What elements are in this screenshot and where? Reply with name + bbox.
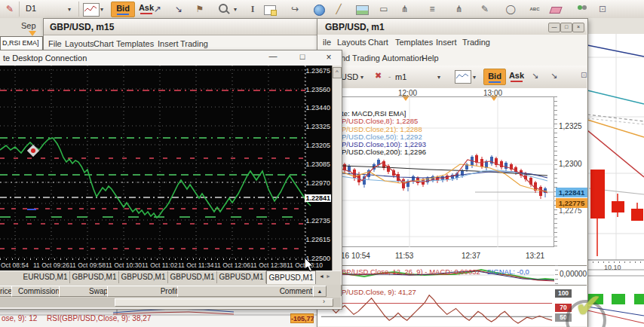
chart-template-icon[interactable] bbox=[83, 3, 100, 17]
sell-order-icon[interactable]: ↘ bbox=[550, 71, 557, 81]
menu-trading[interactable]: Trading bbox=[180, 39, 208, 48]
column-profit[interactable]: Profit bbox=[107, 286, 182, 297]
buy-order-icon[interactable]: ↘ bbox=[532, 71, 538, 81]
time-label: 11 Oct 09:26 bbox=[33, 261, 69, 269]
sell-order-icon[interactable]: ↘ bbox=[172, 2, 186, 16]
indicator-pencil-icon[interactable]: ✎ bbox=[3, 2, 17, 16]
chevron-down-icon[interactable]: ▾ bbox=[437, 74, 440, 81]
text-abc-icon[interactable]: ABC bbox=[528, 2, 541, 16]
bid-button[interactable]: Bid bbox=[111, 2, 135, 17]
time-label: 11 Oct 10:30 bbox=[106, 261, 142, 269]
window-title: GBP/USD, m15 bbox=[50, 22, 114, 32]
menubar-m1: ile Layouts Chart Templates Insert Tradi… bbox=[317, 35, 587, 50]
tab-scroll-right-button[interactable]: ► bbox=[326, 274, 331, 279]
menu-layouts[interactable]: Layouts bbox=[65, 39, 94, 48]
menu-trading[interactable]: Trading bbox=[462, 38, 490, 47]
chevron-down-icon[interactable]: ▾ bbox=[234, 6, 237, 13]
flag-icon[interactable]: ⚑ bbox=[193, 2, 207, 16]
minimize-button[interactable]: — bbox=[265, 51, 281, 63]
minimize-button[interactable]: — bbox=[548, 23, 560, 32]
macd-label: BP/USD.Close, 12, 26, 9) - MACD: 0,00032 bbox=[342, 267, 480, 276]
hscroll-thumb[interactable] bbox=[115, 298, 333, 307]
tab-eurusd-m1[interactable]: EURUSD,M1 bbox=[21, 271, 70, 283]
redo-icon[interactable]: ↪ bbox=[288, 2, 302, 16]
ask-button[interactable]: Ask bbox=[507, 69, 526, 84]
price-label: 1.23675 bbox=[305, 67, 330, 75]
bottom-rsi-label: RSI(GBP/USD,Close, 9): 38,27 bbox=[47, 314, 151, 322]
menu-file[interactable]: File bbox=[48, 39, 62, 48]
titlebar-m1[interactable]: GBP/USD, m1 — □ × bbox=[317, 19, 587, 35]
frame-icon[interactable]: ▭ bbox=[377, 2, 391, 16]
titlebar-rdp[interactable]: te Desktop Connection — □ × bbox=[0, 50, 340, 66]
trendline-pencil-icon[interactable]: ✎ bbox=[478, 2, 492, 16]
eraser-icon[interactable] bbox=[549, 7, 562, 14]
column-sort-button[interactable]: ▲ bbox=[313, 286, 327, 297]
menu-help[interactable]: Help bbox=[422, 53, 439, 63]
menu-automation[interactable]: nd Trading Automation bbox=[341, 53, 424, 63]
pin-icon[interactable]: ⊡ bbox=[596, 2, 609, 16]
menu-insert[interactable]: Insert bbox=[436, 38, 457, 47]
macd-legend: BP/USD.Close, 12, 26, 9) - MACD: 0,00032… bbox=[342, 267, 529, 276]
close-button[interactable]: × bbox=[572, 23, 584, 32]
menu-templates[interactable]: Templates bbox=[116, 39, 154, 48]
month-label: Sep bbox=[21, 21, 36, 30]
bottom-indicator-fragment: ose, 9): 12 bbox=[2, 314, 37, 322]
tab-gbpusd-m1[interactable]: GBPUSD,M1 bbox=[168, 271, 217, 283]
text-cursor-icon[interactable]: I bbox=[246, 2, 259, 16]
rsi-label: P/USD.Close, 9): 41,27 bbox=[342, 288, 416, 296]
chart-type-icon[interactable] bbox=[455, 70, 471, 84]
price-label: 1.22970 bbox=[305, 179, 330, 187]
close-button[interactable]: × bbox=[320, 52, 337, 64]
month-marker-icon bbox=[29, 31, 36, 36]
gann-fork-icon[interactable]: ⋔ bbox=[452, 2, 466, 16]
menu-layouts[interactable]: Layouts bbox=[337, 38, 366, 47]
timeframe-select[interactable]: m1 bbox=[395, 72, 406, 81]
scroll-up-button[interactable]: ^ bbox=[333, 67, 342, 78]
time-label: 11 Oct 11:34 bbox=[178, 261, 213, 269]
time-label: 11 Oct 11:02 bbox=[142, 261, 177, 269]
maximize-button[interactable]: □ bbox=[294, 52, 311, 64]
timeframe-select[interactable]: D1 bbox=[26, 4, 36, 13]
symbol-select[interactable]: USD bbox=[341, 72, 358, 81]
image-icon[interactable] bbox=[356, 5, 369, 15]
pitchfork-icon[interactable]: ⋔ bbox=[398, 2, 412, 16]
pin-icon[interactable]: ⊡ bbox=[581, 71, 587, 79]
chevron-down-icon[interactable]: ▾ bbox=[473, 74, 476, 81]
users-icon[interactable] bbox=[576, 3, 588, 14]
column-commission[interactable]: Commission bbox=[11, 286, 63, 297]
menu-templates[interactable]: Templates bbox=[395, 38, 433, 47]
rdp-vscroll[interactable]: ^ v bbox=[332, 66, 341, 298]
tab-scroll-left-button[interactable]: ◄ bbox=[319, 274, 324, 279]
maximize-button[interactable]: □ bbox=[560, 23, 572, 32]
ruler-icon[interactable]: ╱ bbox=[332, 2, 345, 16]
tab-gbpusd-m1[interactable]: GBPUSD,M1 bbox=[119, 271, 168, 283]
tab-gbpusd-m1[interactable]: GBPUSD,M1 bbox=[217, 271, 266, 283]
tab-gbpusd-m1[interactable]: GBPUSD,M1 bbox=[70, 271, 119, 283]
menu-chart[interactable]: Chart bbox=[368, 38, 388, 47]
chevron-down-icon[interactable]: ▾ bbox=[68, 6, 71, 13]
menu-chart[interactable]: Chart bbox=[94, 39, 114, 48]
price-label: 1.23440 bbox=[305, 104, 330, 112]
time-label: 11 Oct 12:38 bbox=[250, 261, 287, 269]
globe-icon[interactable] bbox=[314, 5, 325, 16]
macd-signal: SIGNAL: -0,0 bbox=[486, 267, 529, 276]
note-window-icon[interactable] bbox=[264, 5, 276, 15]
rdp-chart-canvas[interactable] bbox=[0, 66, 313, 260]
mouse-cursor bbox=[305, 258, 315, 273]
indicator-fragment-box: D,RSI EMA] bbox=[0, 36, 43, 50]
zoom-icon[interactable] bbox=[217, 4, 229, 16]
bid-button[interactable]: Bid bbox=[483, 69, 506, 85]
buy-order-icon[interactable]: ↗ bbox=[151, 2, 164, 16]
hlines-icon[interactable]: ≡ bbox=[425, 2, 439, 16]
titlebar-m15[interactable]: GBP/USD, m15 bbox=[44, 19, 317, 35]
rdp-hscrollbar[interactable]: › bbox=[0, 298, 341, 307]
chevron-down-icon[interactable]: ▾ bbox=[360, 74, 363, 81]
column-swap[interactable]: Swap bbox=[59, 286, 112, 297]
scroll-right-button[interactable]: › bbox=[323, 298, 325, 305]
cross-tool-icon[interactable]: ✖ bbox=[375, 71, 382, 81]
menu-file[interactable]: ile bbox=[323, 38, 331, 47]
column-comment[interactable]: Comment bbox=[177, 286, 316, 297]
chevron-down-icon[interactable]: ▾ bbox=[100, 6, 103, 13]
ellipse-icon[interactable]: ◯ bbox=[504, 2, 517, 16]
menu-insert[interactable]: Insert bbox=[158, 39, 179, 48]
